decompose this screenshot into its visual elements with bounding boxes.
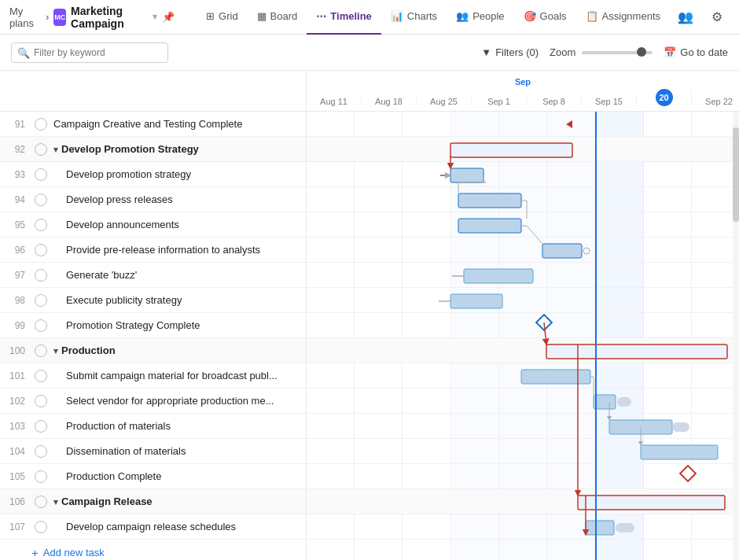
task-checkbox-105[interactable] (31, 470, 50, 483)
expand-icon-106[interactable]: ▾ (53, 497, 58, 507)
rows-area: 91 Campaign Creative and Testing Complet… (0, 112, 739, 560)
bar-101[interactable] (521, 370, 590, 384)
tab-assignments-label: Assignments (602, 10, 660, 22)
dep-94-95 (521, 201, 527, 219)
task-checkbox-93[interactable] (31, 168, 50, 181)
table-row: 106 ▾Campaign Release (0, 489, 306, 514)
task-checkbox-103[interactable] (31, 420, 50, 433)
nav-tabs: ⊞ Grid ▦ Board ⋯ Timeline 📊 Charts 👥 Peo… (197, 0, 670, 35)
task-name-102[interactable]: Select vendor for appropriate production… (50, 395, 306, 407)
bar-107[interactable] (586, 521, 614, 535)
milestone-105[interactable] (680, 466, 696, 481)
add-task-button[interactable]: + Add new task (0, 540, 306, 560)
task-name-95[interactable]: Develop announcements (50, 219, 306, 230)
table-row: 99 Promotion Strategy Complete (0, 313, 306, 338)
task-name-98[interactable]: Execute publicity strategy (50, 294, 306, 306)
task-name-101[interactable]: Submit campaign material for broadcast p… (50, 370, 306, 381)
filter-input[interactable] (11, 42, 168, 63)
filters-button[interactable]: ▼ Filters (0) (481, 46, 539, 58)
expand-icon-92[interactable]: ▾ (53, 145, 58, 154)
task-checkbox-107[interactable] (31, 521, 50, 533)
goto-date-button[interactable]: 📅 Go to date (664, 46, 728, 58)
task-name-93[interactable]: Develop promotion strategy (50, 168, 306, 180)
task-name-106[interactable]: ▾Campaign Release (50, 496, 306, 507)
bar-104[interactable] (641, 445, 718, 459)
task-checkbox-99[interactable] (31, 319, 50, 332)
row-num-92: 92 (0, 144, 31, 155)
task-name-96[interactable]: Provide pre-release information to analy… (50, 244, 306, 256)
pin-icon[interactable]: 📌 (162, 11, 175, 23)
bar-106-group[interactable] (578, 496, 725, 510)
bar-102[interactable] (594, 395, 616, 409)
task-checkbox-101[interactable] (31, 370, 50, 382)
dep-101-102 (590, 377, 594, 395)
bar-94[interactable] (458, 193, 521, 208)
scrollbar-thumb[interactable] (733, 127, 739, 222)
bar-96[interactable] (542, 244, 582, 258)
scrollbar-track (733, 112, 739, 560)
task-name-94[interactable]: Develop press releases (50, 193, 306, 205)
row-num-93: 93 (0, 169, 31, 180)
bar-93[interactable] (450, 168, 483, 182)
nav-settings-icon[interactable]: ⚙ (704, 5, 730, 30)
top-nav: My plans › MC Marketing Campaign ▾ 📌 ⊞ G… (0, 0, 739, 35)
task-name-99[interactable]: Promotion Strategy Complete (50, 319, 306, 331)
zoom-slider[interactable] (582, 51, 653, 54)
my-plans-link[interactable]: My plans (9, 6, 41, 29)
task-name-97[interactable]: Generate 'buzz' (50, 269, 306, 281)
task-checkbox-100[interactable] (31, 344, 50, 357)
tab-people[interactable]: 👥 People (447, 0, 513, 35)
bar-100-group[interactable] (546, 344, 727, 359)
task-checkbox-92[interactable] (31, 143, 50, 156)
row-num-96: 96 (0, 245, 31, 256)
row-num-100: 100 (0, 345, 31, 356)
tab-charts[interactable]: 📊 Charts (381, 0, 447, 35)
dep-95-96 (521, 226, 542, 244)
arrow-91 (566, 120, 572, 128)
zoom-thumb[interactable] (637, 47, 646, 57)
date-aug25: Aug 25 (417, 97, 472, 106)
bar-92-group[interactable] (450, 143, 572, 157)
task-checkbox-102[interactable] (31, 395, 50, 407)
chevron-down-icon[interactable]: ▾ (153, 12, 157, 22)
expand-icon-100[interactable]: ▾ (53, 346, 58, 356)
row-num-94: 94 (0, 194, 31, 205)
task-checkbox-98[interactable] (31, 294, 50, 307)
tab-timeline[interactable]: ⋯ Timeline (307, 0, 381, 35)
bar-97[interactable] (464, 269, 533, 283)
task-name-92[interactable]: ▾Develop Promotion Strategy (50, 143, 306, 155)
gantt-svg (307, 112, 739, 560)
tab-timeline-label: Timeline (330, 10, 372, 22)
search-icon: 🔍 (17, 46, 30, 58)
task-checkbox-104[interactable] (31, 445, 50, 458)
tab-grid[interactable]: ⊞ Grid (197, 0, 248, 35)
tab-goals-label: Goals (540, 10, 567, 22)
bar-98[interactable] (450, 294, 502, 308)
date-sep15: Sep 15 (582, 97, 637, 106)
tab-assignments[interactable]: 📋 Assignments (576, 0, 670, 35)
task-name-100[interactable]: ▾Production (50, 344, 306, 356)
task-name-103[interactable]: Production of materials (50, 420, 306, 432)
tab-board[interactable]: ▦ Board (248, 0, 307, 35)
task-checkbox-95[interactable] (31, 219, 50, 231)
connector-103 (672, 422, 689, 432)
task-checkbox-91[interactable] (31, 118, 50, 131)
task-name-91[interactable]: Campaign Creative and Testing Complete (50, 118, 306, 130)
task-name-104[interactable]: Dissemination of materials (50, 445, 306, 457)
connector-96 (583, 248, 590, 254)
date-header-spacer (0, 71, 307, 111)
task-checkbox-106[interactable] (31, 496, 50, 508)
nav-people-icon[interactable]: 👥 (673, 5, 698, 30)
tab-goals[interactable]: 🎯 Goals (514, 0, 576, 35)
task-name-105[interactable]: Production Complete (50, 470, 306, 482)
date-sep22: Sep 22 (692, 97, 739, 106)
task-name-107[interactable]: Develop campaign release schedules (50, 521, 306, 532)
project-name[interactable]: Marketing Campaign (71, 5, 148, 30)
row-num-91: 91 (0, 119, 31, 130)
table-row: 97 Generate 'buzz' (0, 263, 306, 288)
task-checkbox-97[interactable] (31, 269, 50, 282)
task-checkbox-96[interactable] (31, 244, 50, 256)
bar-95[interactable] (458, 219, 521, 233)
tab-grid-label: Grid (219, 10, 238, 22)
task-checkbox-94[interactable] (31, 193, 50, 206)
